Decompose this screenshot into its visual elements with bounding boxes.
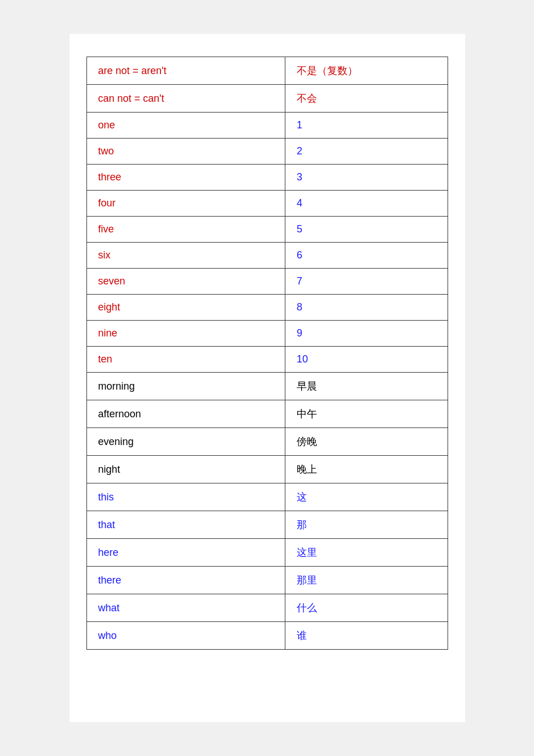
english-cell: ten <box>86 347 285 373</box>
english-cell: seven <box>86 269 285 295</box>
table-row: nine9 <box>86 321 448 347</box>
english-cell: here <box>86 539 285 567</box>
chinese-cell: 6 <box>285 243 448 269</box>
chinese-cell: 早晨 <box>285 373 448 400</box>
english-cell: this <box>86 483 285 511</box>
table-row: there那里 <box>86 567 448 594</box>
table-row: five5 <box>86 217 448 243</box>
english-cell: there <box>86 567 285 594</box>
table-row: one1 <box>86 113 448 139</box>
chinese-cell: 这 <box>285 483 448 511</box>
table-row: what什么 <box>86 594 448 622</box>
chinese-cell: 晚上 <box>285 456 448 483</box>
chinese-cell: 谁 <box>285 622 448 650</box>
table-row: eight8 <box>86 295 448 321</box>
chinese-cell: 4 <box>285 191 448 217</box>
table-row: ten10 <box>86 347 448 373</box>
chinese-cell: 10 <box>285 347 448 373</box>
vocab-table: are not = aren't不是（复数）can not = can't不会o… <box>86 57 448 650</box>
english-cell: one <box>86 113 285 139</box>
chinese-cell: 9 <box>285 321 448 347</box>
table-row: seven7 <box>86 269 448 295</box>
table-row: three3 <box>86 165 448 191</box>
table-row: six6 <box>86 243 448 269</box>
table-row: who谁 <box>86 622 448 650</box>
english-cell: five <box>86 217 285 243</box>
english-cell: four <box>86 191 285 217</box>
chinese-cell: 3 <box>285 165 448 191</box>
chinese-cell: 不会 <box>285 85 448 113</box>
table-row: can not = can't不会 <box>86 85 448 113</box>
english-cell: two <box>86 139 285 165</box>
chinese-cell: 7 <box>285 269 448 295</box>
chinese-cell: 2 <box>285 139 448 165</box>
chinese-cell: 5 <box>285 217 448 243</box>
table-row: here这里 <box>86 539 448 567</box>
chinese-cell: 这里 <box>285 539 448 567</box>
table-row: this这 <box>86 483 448 511</box>
chinese-cell: 不是（复数） <box>285 57 448 85</box>
chinese-cell: 那 <box>285 511 448 539</box>
english-cell: who <box>86 622 285 650</box>
english-cell: afternoon <box>86 400 285 428</box>
table-row: that那 <box>86 511 448 539</box>
english-cell: morning <box>86 373 285 400</box>
table-row: afternoon中午 <box>86 400 448 428</box>
table-row: two2 <box>86 139 448 165</box>
english-cell: eight <box>86 295 285 321</box>
table-row: night晚上 <box>86 456 448 483</box>
english-cell: are not = aren't <box>86 57 285 85</box>
english-cell: six <box>86 243 285 269</box>
english-cell: what <box>86 594 285 622</box>
table-row: four4 <box>86 191 448 217</box>
chinese-cell: 中午 <box>285 400 448 428</box>
chinese-cell: 那里 <box>285 567 448 594</box>
chinese-cell: 8 <box>285 295 448 321</box>
english-cell: three <box>86 165 285 191</box>
table-row: evening傍晚 <box>86 428 448 456</box>
english-cell: night <box>86 456 285 483</box>
table-row: morning早晨 <box>86 373 448 400</box>
chinese-cell: 什么 <box>285 594 448 622</box>
english-cell: evening <box>86 428 285 456</box>
page-container: are not = aren't不是（复数）can not = can't不会o… <box>70 34 465 722</box>
english-cell: that <box>86 511 285 539</box>
chinese-cell: 傍晚 <box>285 428 448 456</box>
chinese-cell: 1 <box>285 113 448 139</box>
english-cell: nine <box>86 321 285 347</box>
table-row: are not = aren't不是（复数） <box>86 57 448 85</box>
english-cell: can not = can't <box>86 85 285 113</box>
